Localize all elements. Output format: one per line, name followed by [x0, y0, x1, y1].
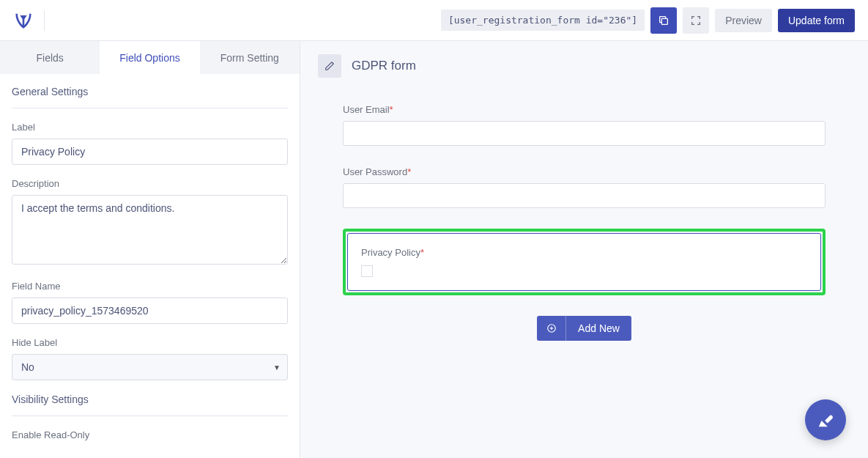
- description-textarea[interactable]: I accept the terms and conditions.: [12, 195, 288, 265]
- tab-form-setting[interactable]: Form Setting: [200, 41, 300, 74]
- help-fab[interactable]: [805, 399, 846, 440]
- plus-icon: [537, 316, 566, 341]
- copy-shortcode-button[interactable]: [650, 7, 677, 34]
- visibility-settings-heading: Visibility Settings: [12, 394, 288, 416]
- preview-button[interactable]: Preview: [715, 9, 772, 32]
- hide-label-select[interactable]: No: [12, 354, 288, 380]
- svg-rect-0: [661, 18, 667, 24]
- chevron-down-icon: ▼: [273, 363, 281, 372]
- email-input-preview: [343, 121, 826, 146]
- sidebar-tabs: Fields Field Options Form Setting: [0, 41, 300, 74]
- update-form-button[interactable]: Update form: [778, 9, 855, 32]
- top-bar: [user_registration_form id="236"] Previe…: [0, 0, 868, 41]
- label-field-label: Label: [12, 122, 288, 133]
- description-field-label: Description: [12, 178, 288, 189]
- app-logo: [13, 10, 34, 31]
- privacy-checkbox-preview: [361, 265, 373, 277]
- shortcode-display: [user_registration_form id="236"]: [441, 10, 645, 31]
- tab-fields[interactable]: Fields: [0, 41, 100, 74]
- password-input-preview: [343, 183, 826, 208]
- form-field-password[interactable]: User Password*: [343, 166, 826, 208]
- tab-field-options[interactable]: Field Options: [100, 41, 199, 74]
- fullscreen-button[interactable]: [683, 7, 709, 34]
- enable-readonly-label: Enable Read-Only: [12, 429, 288, 440]
- form-title[interactable]: GDPR form: [352, 59, 416, 73]
- privacy-field-label: Privacy Policy*: [361, 247, 807, 258]
- sidebar: Fields Field Options Form Setting Genera…: [0, 41, 300, 458]
- add-new-button[interactable]: Add New: [537, 316, 631, 341]
- password-field-label: User Password*: [343, 166, 826, 177]
- edit-title-button[interactable]: [318, 54, 341, 78]
- add-new-label: Add New: [566, 322, 631, 334]
- field-name-label: Field Name: [12, 281, 288, 292]
- form-field-email[interactable]: User Email*: [343, 104, 826, 146]
- email-field-label: User Email*: [343, 104, 826, 115]
- header-divider: [44, 10, 45, 31]
- hide-label-label: Hide Label: [12, 337, 288, 348]
- label-input[interactable]: [12, 138, 288, 165]
- form-canvas: GDPR form User Email* User Password* Pri…: [300, 41, 868, 458]
- form-field-privacy-selected[interactable]: Privacy Policy*: [343, 229, 826, 295]
- general-settings-heading: General Settings: [12, 86, 288, 108]
- field-name-input[interactable]: [12, 298, 288, 324]
